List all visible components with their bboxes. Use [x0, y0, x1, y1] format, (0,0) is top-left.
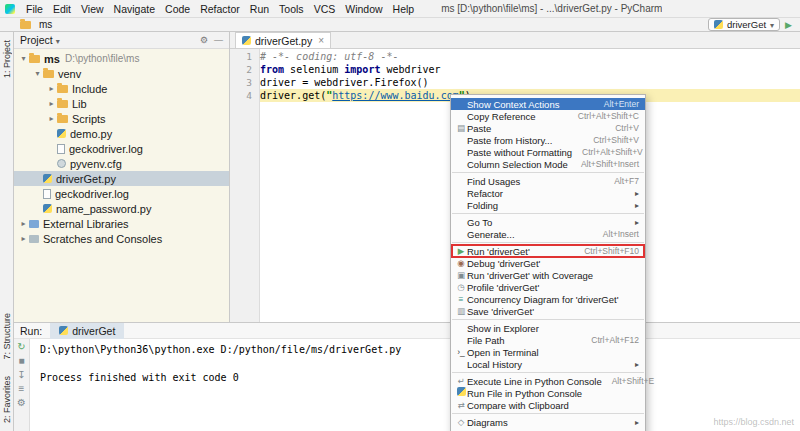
chevron-collapsed-icon[interactable]: ▸: [46, 84, 57, 93]
console-line: Process finished with exit code 0: [40, 371, 800, 385]
menu-window[interactable]: Window: [340, 3, 387, 15]
chevron-expanded-icon[interactable]: ▾: [32, 69, 43, 78]
menu-code[interactable]: Code: [160, 3, 195, 15]
submenu-arrow-icon: ▸: [635, 418, 639, 427]
context-menu-item-paste-without-formatting[interactable]: Paste without FormattingCtrl+Alt+Shift+V: [451, 146, 645, 158]
context-menu-item-copy-reference[interactable]: Copy ReferenceCtrl+Alt+Shift+C: [451, 110, 645, 122]
tree-item-driverget-py[interactable]: driverGet.py: [14, 171, 229, 186]
tree-item-label: Lib: [72, 98, 87, 110]
project-header-icons: [200, 35, 223, 45]
run-configuration-select[interactable]: driverGet: [708, 18, 780, 31]
editor-context-menu: Show Context ActionsAlt+EnterCopy Refere…: [450, 94, 646, 431]
tree-item-include[interactable]: ▸Include: [14, 81, 229, 96]
run-tab-driverget[interactable]: driverGet: [50, 323, 124, 339]
menu-item-label: Local History: [467, 359, 522, 370]
menu-navigate[interactable]: Navigate: [109, 3, 160, 15]
terminal-icon: ›_: [455, 346, 467, 358]
tree-item-scripts[interactable]: ▸Scripts: [14, 111, 229, 126]
editor-line-2[interactable]: 2from selenium import webdriver: [230, 63, 800, 76]
navigation-breadcrumb[interactable]: ms: [20, 19, 52, 30]
chevron-expanded-icon[interactable]: ▾: [18, 54, 29, 63]
scroll-icon[interactable]: ↧: [17, 370, 25, 380]
chevron-down-icon[interactable]: [56, 34, 60, 46]
context-menu-item-save-driverget[interactable]: ▥Save 'driverGet': [451, 305, 645, 317]
menu-vcs[interactable]: VCS: [309, 3, 341, 15]
context-menu-item-generate[interactable]: Generate...Alt+Insert: [451, 228, 645, 240]
context-menu-item-show-in-explorer[interactable]: Show in Explorer: [451, 322, 645, 334]
menu-item-label: Run File in Python Console: [467, 388, 582, 399]
editor-line-3[interactable]: 3driver = webdriver.Firefox(): [230, 76, 800, 89]
editor-tab-bar: driverGet.py: [230, 32, 800, 49]
folder-icon: [43, 70, 54, 78]
chevron-collapsed-icon[interactable]: ▸: [18, 234, 29, 243]
editor-tab-driverget[interactable]: driverGet.py: [235, 32, 331, 48]
menu-refactor[interactable]: Refactor: [195, 3, 245, 15]
context-menu-item-file-path[interactable]: File PathCtrl+Alt+F12: [451, 334, 645, 346]
line-number: 3: [230, 76, 260, 89]
menu-run[interactable]: Run: [245, 3, 274, 15]
run-header: Run: driverGet: [14, 323, 800, 339]
menu-icon[interactable]: ≡: [19, 384, 25, 394]
context-menu-item-refactor[interactable]: Refactor▸: [451, 187, 645, 199]
context-menu-item-compare-with-clipboard[interactable]: ⇄Compare with Clipboard: [451, 399, 645, 411]
context-menu-item-execute-line-in-python-console[interactable]: ↵Execute Line in Python ConsoleAlt+Shift…: [451, 375, 645, 387]
close-icon[interactable]: [318, 35, 324, 46]
menu-tools[interactable]: Tools: [274, 3, 309, 15]
context-menu-item-folding[interactable]: Folding▸: [451, 199, 645, 211]
chevron-collapsed-icon[interactable]: ▸: [18, 219, 29, 228]
tree-item-geckodriver-log[interactable]: geckodriver.log: [14, 186, 229, 201]
settings-icon[interactable]: ⚙: [17, 398, 26, 408]
stop-icon[interactable]: ■: [18, 356, 24, 366]
context-menu-item-diagrams[interactable]: ◇Diagrams▸: [451, 416, 645, 428]
tree-item-lib[interactable]: ▸Lib: [14, 96, 229, 111]
tree-item-geckodriver-log[interactable]: geckodriver.log: [14, 141, 229, 156]
chevron-collapsed-icon[interactable]: ▸: [46, 114, 57, 123]
tree-item-label: driverGet.py: [56, 173, 116, 185]
menu-item-label: Refactor: [467, 188, 503, 199]
context-menu-item-column-selection-mode[interactable]: Column Selection ModeAlt+Shift+Insert: [451, 158, 645, 170]
tree-item-demo-py[interactable]: demo.py: [14, 126, 229, 141]
run-console[interactable]: D:\python\Python36\python.exe D:/python/…: [30, 339, 800, 431]
project-panel: Project ▾msD:\python\file\ms▾venv▸Includ…: [14, 32, 230, 322]
debug-icon: ◉: [455, 257, 467, 269]
tool-strip-top: 1: Project: [2, 32, 12, 86]
context-menu-item-paste[interactable]: ▤PasteCtrl+V: [451, 122, 645, 134]
tree-item-venv[interactable]: ▾venv: [14, 66, 229, 81]
folder-icon: [57, 85, 68, 93]
context-menu-item-local-history[interactable]: Local History▸: [451, 358, 645, 370]
menu-item-label: Go To: [467, 217, 492, 228]
tree-item-scratches-and-consoles[interactable]: ▸Scratches and Consoles: [14, 231, 229, 246]
context-menu-item-run-driverget[interactable]: ▶Run 'driverGet'Ctrl+Shift+F10: [451, 245, 645, 257]
tree-item-label: Scripts: [72, 113, 106, 125]
tree-item-pyvenv-cfg[interactable]: pyvenv.cfg: [14, 156, 229, 171]
tree-item-name-password-py[interactable]: name_password.py: [14, 201, 229, 216]
tree-item-ms[interactable]: ▾msD:\python\file\ms: [14, 51, 229, 66]
pycharm-logo-icon: [5, 4, 15, 14]
context-menu-item-concurrency-diagram-for-driverget[interactable]: ≡Concurrency Diagram for 'driverGet': [451, 293, 645, 305]
hide-panel-icon[interactable]: [214, 35, 223, 45]
chevron-collapsed-icon[interactable]: ▸: [46, 99, 57, 108]
context-menu-item-run-file-in-python-console[interactable]: Run File in Python Console: [451, 387, 645, 399]
context-menu-item-show-context-actions[interactable]: Show Context ActionsAlt+Enter: [451, 98, 645, 110]
menu-view[interactable]: View: [76, 3, 109, 15]
folder-icon: [29, 55, 40, 63]
context-menu-item-find-usages[interactable]: Find UsagesAlt+F7: [451, 175, 645, 187]
context-menu-item-run-driverget-with-coverage[interactable]: ▣Run 'driverGet' with Coverage: [451, 269, 645, 281]
python-icon: [242, 36, 251, 45]
context-menu-item-profile-driverget[interactable]: ◷Profile 'driverGet': [451, 281, 645, 293]
run-button[interactable]: [785, 20, 792, 30]
tool-button-7-structure[interactable]: 7: Structure: [2, 313, 12, 360]
editor-line-1[interactable]: 1# -*- coding: utf-8 -*-: [230, 50, 800, 63]
tool-button-2-favorites[interactable]: 2: Favorites: [2, 376, 12, 423]
menu-file[interactable]: File: [21, 3, 48, 15]
context-menu-item-go-to[interactable]: Go To▸: [451, 216, 645, 228]
rerun-icon[interactable]: ↻: [17, 342, 25, 352]
menu-help[interactable]: Help: [388, 3, 420, 15]
tool-button-1-project[interactable]: 1: Project: [2, 40, 12, 78]
settings-icon[interactable]: [200, 35, 208, 45]
tree-item-external-libraries[interactable]: ▸External Libraries: [14, 216, 229, 231]
context-menu-item-open-in-terminal[interactable]: ›_Open in Terminal: [451, 346, 645, 358]
context-menu-item-paste-from-history[interactable]: Paste from History...Ctrl+Shift+V: [451, 134, 645, 146]
context-menu-item-debug-driverget[interactable]: ◉Debug 'driverGet': [451, 257, 645, 269]
menu-edit[interactable]: Edit: [48, 3, 76, 15]
